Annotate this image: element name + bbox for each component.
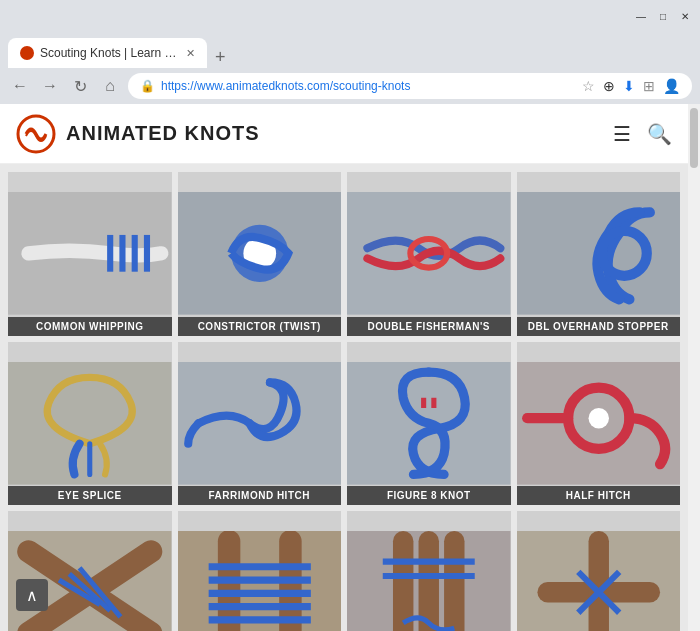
knot-card-farrimond-hitch[interactable]: FARRIMOND HITCH (178, 342, 342, 506)
knot-card-figure-8-knot[interactable]: FIGURE 8 KNOT (347, 342, 511, 506)
refresh-button[interactable]: ↻ (68, 74, 92, 98)
knot-label-double-fishermans: DOUBLE FISHERMAN'S (347, 317, 511, 336)
knot-label-farrimond-hitch: FARRIMOND HITCH (178, 486, 342, 505)
tab-favicon (20, 46, 34, 60)
forward-button[interactable]: → (38, 74, 62, 98)
address-bar-box[interactable]: 🔒 https://www.animatedknots.com/scouting… (128, 73, 692, 99)
knot-image-lashing-shear (347, 511, 511, 631)
knot-image-constrictor-twist (178, 172, 342, 336)
knot-image-figure-8-knot (347, 342, 511, 506)
chrome-icon: ⊕ (603, 78, 615, 94)
knot-image-lashing-round (178, 511, 342, 631)
knot-card-lashing-diagonal[interactable]: LASHING (DIAGONAL) (8, 511, 172, 631)
knot-label-dbl-overhand-stopper: DBL OVERHAND STOPPER (517, 317, 681, 336)
knot-card-lashing-round[interactable]: LASHING (ROUND) (178, 511, 342, 631)
download-icon[interactable]: ⬇ (623, 78, 635, 94)
knot-image-common-whipping (8, 172, 172, 336)
profile-icon[interactable]: 👤 (663, 78, 680, 94)
knot-image-lashing-square (517, 511, 681, 631)
knot-card-eye-splice[interactable]: EYE SPLICE (8, 342, 172, 506)
knot-image-lashing-diagonal (8, 511, 172, 631)
logo-text: ANIMATED KNOTS (66, 122, 260, 145)
logo-icon (16, 114, 56, 154)
extension-icon[interactable]: ⊞ (643, 78, 655, 94)
knot-card-double-fishermans[interactable]: DOUBLE FISHERMAN'S (347, 172, 511, 336)
svg-point-21 (588, 408, 608, 428)
scroll-thumb[interactable] (690, 108, 698, 168)
knot-image-farrimond-hitch (178, 342, 342, 506)
site-header: ANIMATED KNOTS ☰ 🔍 (0, 104, 688, 164)
close-button[interactable]: ✕ (678, 9, 692, 23)
knot-image-eye-splice (8, 342, 172, 506)
tab-title: Scouting Knots | Learn How to... (40, 46, 180, 60)
knot-card-common-whipping[interactable]: COMMON WHIPPING (8, 172, 172, 336)
browser-tab[interactable]: Scouting Knots | Learn How to... ✕ (8, 38, 207, 68)
knot-label-figure-8-knot: FIGURE 8 KNOT (347, 486, 511, 505)
knot-label-common-whipping: COMMON WHIPPING (8, 317, 172, 336)
back-to-top-button[interactable]: ∧ (16, 579, 48, 611)
knot-image-half-hitch (517, 342, 681, 506)
url-text: https://www.animatedknots.com/scouting-k… (161, 79, 576, 93)
menu-icon[interactable]: ☰ (613, 122, 631, 146)
home-button[interactable]: ⌂ (98, 74, 122, 98)
knot-card-half-hitch[interactable]: HALF HITCH (517, 342, 681, 506)
search-icon[interactable]: 🔍 (647, 122, 672, 146)
knot-label-eye-splice: EYE SPLICE (8, 486, 172, 505)
knot-card-constrictor-twist[interactable]: CONSTRICTOR (TWIST) (178, 172, 342, 336)
minimize-button[interactable]: — (634, 9, 648, 23)
knot-image-dbl-overhand-stopper (517, 172, 681, 336)
scrollbar[interactable] (688, 104, 700, 631)
lock-icon: 🔒 (140, 79, 155, 93)
knot-card-lashing-square[interactable]: LASHING (SQUARE) (517, 511, 681, 631)
knot-image-double-fishermans (347, 172, 511, 336)
knot-label-half-hitch: HALF HITCH (517, 486, 681, 505)
back-button[interactable]: ← (8, 74, 32, 98)
new-tab-button[interactable]: + (207, 47, 234, 68)
bookmark-icon[interactable]: ☆ (582, 78, 595, 94)
knot-card-lashing-shear[interactable]: LASHING (SHEAR) (347, 511, 511, 631)
knot-label-constrictor-twist: CONSTRICTOR (TWIST) (178, 317, 342, 336)
knots-grid: COMMON WHIPPING CONSTRICTOR (TWIST) DOUB… (0, 164, 688, 631)
maximize-button[interactable]: □ (656, 9, 670, 23)
knot-card-dbl-overhand-stopper[interactable]: DBL OVERHAND STOPPER (517, 172, 681, 336)
tab-close-icon[interactable]: ✕ (186, 47, 195, 60)
